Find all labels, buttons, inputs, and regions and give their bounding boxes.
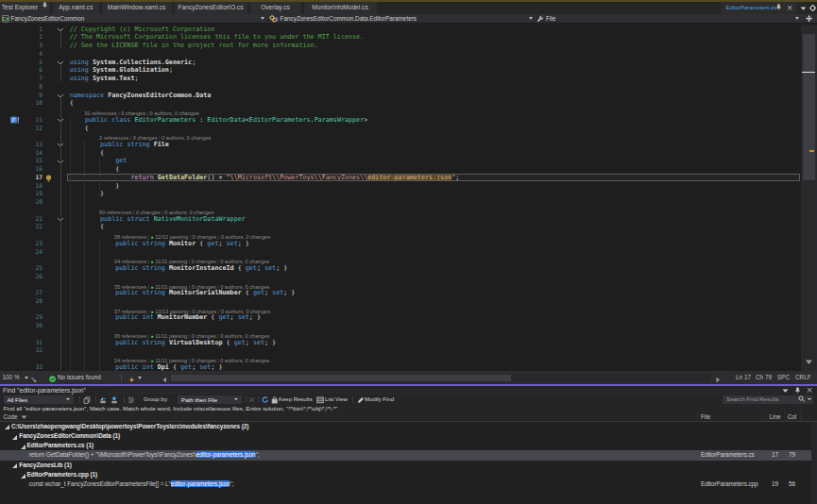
group-by-dropdown[interactable]: Path then File [178,395,242,404]
result-options-icon[interactable] [128,396,135,404]
close-tab-icon[interactable] [787,5,793,11]
code-line-10[interactable]: 10{ [0,99,801,108]
code-line-15[interactable]: 15 get [0,157,801,165]
code-line-11[interactable]: 11 public class EditorParameters : Edito… [0,116,801,125]
find-panel-title-bar[interactable]: Find "editor-parameters.json" [0,386,817,395]
tree-expanded-icon[interactable] [20,444,26,450]
code-line-9[interactable]: 9namespace FancyZonesEditorCommon.Data [0,92,801,100]
member-dropdown[interactable]: File [536,14,802,24]
zoom-level-dropdown[interactable]: 100 % [3,371,20,384]
code-line-19[interactable]: 19 } [0,190,801,198]
copy-results-icon[interactable] [83,396,91,404]
code-line-5[interactable]: 5using System.Collections.Generic; [0,59,801,67]
code-line-1[interactable]: 1// Copyright (c) Microsoft Corporation [0,25,801,34]
result-group-row[interactable]: EditorParameters.cs (1) [0,441,811,450]
tab-mainwindow-xaml-cs[interactable]: MainWindow.xaml.cs [102,2,172,14]
editor-vertical-scrollbar[interactable] [801,25,817,372]
code-line-26[interactable]: 26 [0,273,801,281]
tab-overlay-cs[interactable]: Overlay.cs [250,2,301,14]
column-header-file[interactable]: File [701,413,710,420]
code-line-14[interactable]: 14 { [0,149,801,158]
tab-settings-gear-icon[interactable] [809,5,816,11]
code-line-25[interactable]: 25 public string MonitorInstanceId { get… [0,264,801,273]
list-view-icon[interactable] [316,396,324,404]
codelens-row[interactable]: 38 references | ● 12/12 passing | 0 chan… [0,231,801,240]
tree-expanded-icon[interactable] [4,424,10,430]
code-line-20[interactable]: 20 [0,198,801,207]
keep-open-pin-icon[interactable] [775,4,782,11]
result-group-row[interactable]: C:\Users\zhaopengwang\Desktop\powertoys\… [0,422,811,431]
codelens-row[interactable]: 35 references | ● 11/11 passing | 0 chan… [0,280,801,289]
quick-actions-lightbulb-icon[interactable] [45,175,52,182]
files-filter-dropdown[interactable]: All Files [4,395,74,404]
collapse-all-icon[interactable] [111,396,118,404]
code-line-12[interactable]: 12 { [0,125,801,133]
code-line-32[interactable]: 32 [0,346,801,355]
result-group-row[interactable]: EditorParameters.cpp (1) [0,470,811,479]
keep-results-label[interactable]: Keep Results [279,395,313,405]
result-group-row[interactable]: FancyZonesLib (1) [0,461,811,470]
preview-tab-editorparameters-cs[interactable]: EditorParameters.cs [721,2,797,14]
keep-results-lock-icon[interactable] [271,396,279,404]
list-view-label[interactable]: List View [325,395,348,405]
codelens-row[interactable]: 60 references | 0 changes | 0 authors, 0… [0,207,801,215]
code-line-30[interactable]: 30 [0,322,801,330]
stop-search-icon[interactable] [248,396,255,404]
result-match-row[interactable]: return GetDataFolder() + "\\Microsoft\\P… [0,450,811,460]
result-match-row[interactable]: const wchar_t FancyZonesEditorParameters… [0,479,811,489]
code-line-24[interactable]: 24 [0,248,801,257]
code-line-23[interactable]: 23 public string Monitor { get; set; } [0,240,801,248]
project-dropdown[interactable]: C#FancyZonesEditorCommon [0,14,267,24]
code-line-7[interactable]: 7using System.Text; [0,75,801,83]
column-header-line[interactable]: Line [766,413,784,420]
code-line-33[interactable]: 33 public int Dpi { get; set; } [0,363,801,371]
horizontal-scrollbar[interactable] [170,374,710,382]
tracked-class-margin-icon[interactable] [10,116,20,124]
repeat-find-icon[interactable] [262,396,269,404]
codelens-row[interactable]: 91 references | 0 changes | 0 authors, 0… [0,108,801,116]
tab-monitorinfomodel-cs[interactable]: MonitorInfoModel.cs [304,2,377,14]
vertical-scrollbar-thumb[interactable] [803,34,815,180]
expand-all-icon[interactable] [99,396,107,404]
tree-expanded-icon[interactable] [11,462,18,469]
document-health-label[interactable]: No issues found [58,371,101,384]
search-find-results-input[interactable]: Search Find Results [723,395,813,404]
code-line-13[interactable]: 13 public string File [0,141,801,149]
code-line-8[interactable]: 8 [0,83,801,92]
code-line-29[interactable]: 29 public int MonitorNumber { get; set; … [0,313,801,322]
search-magnifier-icon[interactable] [798,395,806,403]
code-line-18[interactable]: 18 } [0,182,801,191]
code-line-21[interactable]: 21 public struct NativeMonitorDataWrappe… [0,215,801,224]
modify-find-pencil-icon[interactable] [357,396,365,404]
code-line-27[interactable]: 27 public string MonitorSerialNumber { g… [0,289,801,297]
code-line-4[interactable]: 4 [0,50,801,59]
code-line-6[interactable]: 6using System.Globalization; [0,66,801,75]
code-line-3[interactable]: 3// See the LICENSE file in the project … [0,42,801,50]
active-files-dropdown-icon[interactable] [800,6,806,10]
tree-expanded-icon[interactable] [20,473,26,479]
tab-fancyzoneseditorio-cs[interactable]: FancyZonesEditorIO.cs [175,2,247,14]
type-dropdown[interactable]: FancyZonesEditorCommon.Data.EditorParame… [268,14,536,24]
codelens-row[interactable]: 34 references | ● 11/11 passing | 0 chan… [0,256,801,264]
column-header-col[interactable]: Col [784,413,800,420]
codelens-row[interactable]: 2 references | 0 changes | 0 authors, 0 … [0,132,801,141]
result-group-row[interactable]: FancyZonesEditorCommon\Data (1) [0,431,811,441]
code-column-filter-icon[interactable] [21,414,28,420]
column-header-code[interactable]: Code [4,413,18,420]
close-panel-icon[interactable] [807,387,813,394]
tree-expanded-icon[interactable] [11,434,18,441]
window-position-dropdown-icon[interactable] [782,388,789,394]
code-line-31[interactable]: 31 public string VirtualDesktop { get; s… [0,339,801,347]
code-editor[interactable]: 1// Copyright (c) Microsoft Corporation2… [0,25,801,372]
code-line-22[interactable]: 22 { [0,223,801,231]
editor-split-handle[interactable] [802,14,817,25]
tab-app-xaml-cs[interactable]: App.xaml.cs [53,2,99,14]
find-results-scrollbar[interactable] [811,422,817,504]
code-line-28[interactable]: 28 [0,297,801,306]
codelens-row[interactable]: 37 references | ● 13/13 passing | 0 chan… [0,306,801,314]
tab-test-explorer[interactable]: Test Explorer [0,2,50,14]
scroll-down-arrow-icon[interactable] [805,352,813,369]
modify-find-label[interactable]: Modify Find [365,395,394,405]
codelens-row[interactable]: 34 references | ● 11/11 passing | 0 chan… [0,355,801,363]
auto-hide-pin-icon[interactable] [794,387,801,395]
